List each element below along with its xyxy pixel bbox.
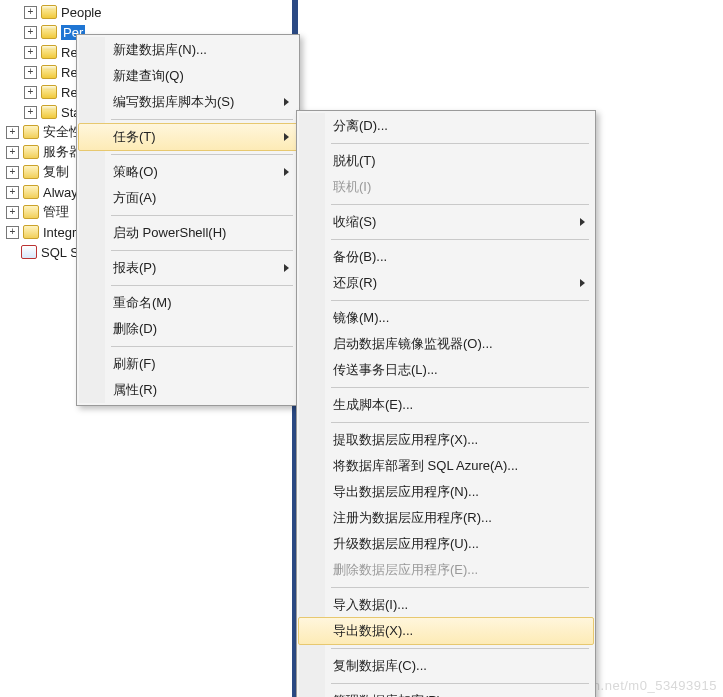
menu-item[interactable]: 将数据库部署到 SQL Azure(A)... — [299, 453, 593, 479]
menu-separator — [331, 683, 589, 684]
tree-item[interactable]: +People — [4, 2, 294, 22]
folder-icon — [23, 165, 39, 179]
menu-item[interactable]: 新建数据库(N)... — [79, 37, 297, 63]
menu-item-label: 重命名(M) — [113, 294, 172, 312]
menu-item-label: 新建数据库(N)... — [113, 41, 207, 59]
menu-item[interactable]: 属性(R) — [79, 377, 297, 403]
menu-item-label: 启动数据库镜像监视器(O)... — [333, 335, 493, 353]
submenu-arrow-icon — [284, 264, 289, 272]
folder-icon — [23, 145, 39, 159]
tree-item-label: Integr — [43, 225, 76, 240]
menu-separator — [331, 422, 589, 423]
menu-item-label: 删除数据层应用程序(E)... — [333, 561, 478, 579]
menu-item[interactable]: 备份(B)... — [299, 244, 593, 270]
menu-item[interactable]: 启动 PowerShell(H) — [79, 220, 297, 246]
menu-separator — [331, 204, 589, 205]
menu-item[interactable]: 复制数据库(C)... — [299, 653, 593, 679]
expand-toggle[interactable]: + — [6, 206, 19, 219]
tree-item-label: SQL S — [41, 245, 79, 260]
expand-toggle[interactable]: + — [6, 226, 19, 239]
menu-item[interactable]: 还原(R) — [299, 270, 593, 296]
menu-separator — [111, 346, 293, 347]
menu-item-label: 收缩(S) — [333, 213, 376, 231]
menu-item-label: 提取数据层应用程序(X)... — [333, 431, 478, 449]
menu-item-label: 还原(R) — [333, 274, 377, 292]
sql-icon — [21, 245, 37, 259]
menu-item-label: 策略(O) — [113, 163, 158, 181]
menu-item[interactable]: 收缩(S) — [299, 209, 593, 235]
menu-separator — [331, 239, 589, 240]
menu-item-label: 升级数据层应用程序(U)... — [333, 535, 479, 553]
menu-separator — [111, 119, 293, 120]
expand-toggle[interactable]: + — [6, 146, 19, 159]
menu-item-label: 管理数据库加密(P)... — [333, 692, 452, 697]
menu-item-label: 导出数据层应用程序(N)... — [333, 483, 479, 501]
menu-item[interactable]: 方面(A) — [79, 185, 297, 211]
tree-item-label: Alway — [43, 185, 78, 200]
menu-item[interactable]: 生成脚本(E)... — [299, 392, 593, 418]
menu-item[interactable]: 传送事务日志(L)... — [299, 357, 593, 383]
submenu-arrow-icon — [284, 168, 289, 176]
expand-toggle[interactable]: + — [24, 46, 37, 59]
tree-item-label: 复制 — [43, 163, 69, 181]
db-icon — [41, 45, 57, 59]
expand-toggle[interactable]: + — [6, 126, 19, 139]
folder-icon — [23, 225, 39, 239]
menu-item-label: 复制数据库(C)... — [333, 657, 427, 675]
context-menu-database[interactable]: 新建数据库(N)...新建查询(Q)编写数据库脚本为(S)任务(T)策略(O)方… — [76, 34, 300, 406]
menu-item-label: 刷新(F) — [113, 355, 156, 373]
menu-item-label: 备份(B)... — [333, 248, 387, 266]
menu-item[interactable]: 分离(D)... — [299, 113, 593, 139]
tree-item-label: People — [61, 5, 101, 20]
menu-item-label: 启动 PowerShell(H) — [113, 224, 226, 242]
expand-toggle[interactable]: + — [6, 166, 19, 179]
menu-item[interactable]: 导入数据(I)... — [299, 592, 593, 618]
menu-item[interactable]: 导出数据(X)... — [298, 617, 594, 645]
menu-item-label: 任务(T) — [113, 128, 156, 146]
db-icon — [41, 25, 57, 39]
expand-toggle[interactable]: + — [24, 86, 37, 99]
menu-item-label: 新建查询(Q) — [113, 67, 184, 85]
expand-toggle — [6, 247, 17, 258]
menu-item[interactable]: 升级数据层应用程序(U)... — [299, 531, 593, 557]
expand-toggle[interactable]: + — [6, 186, 19, 199]
menu-item[interactable]: 脱机(T) — [299, 148, 593, 174]
expand-toggle[interactable]: + — [24, 106, 37, 119]
menu-item[interactable]: 刷新(F) — [79, 351, 297, 377]
menu-item[interactable]: 启动数据库镜像监视器(O)... — [299, 331, 593, 357]
db-icon — [41, 105, 57, 119]
menu-item-label: 将数据库部署到 SQL Azure(A)... — [333, 457, 518, 475]
expand-toggle[interactable]: + — [24, 6, 37, 19]
menu-item-label: 生成脚本(E)... — [333, 396, 413, 414]
menu-item: 删除数据层应用程序(E)... — [299, 557, 593, 583]
expand-toggle[interactable]: + — [24, 26, 37, 39]
folder-icon — [23, 205, 39, 219]
menu-item[interactable]: 注册为数据层应用程序(R)... — [299, 505, 593, 531]
menu-item[interactable]: 任务(T) — [78, 123, 298, 151]
menu-item-label: 导入数据(I)... — [333, 596, 408, 614]
submenu-tasks[interactable]: 分离(D)...脱机(T)联机(I)收缩(S)备份(B)...还原(R)镜像(M… — [296, 110, 596, 697]
menu-item-label: 删除(D) — [113, 320, 157, 338]
submenu-arrow-icon — [284, 98, 289, 106]
menu-item-label: 编写数据库脚本为(S) — [113, 93, 234, 111]
db-icon — [41, 85, 57, 99]
expand-toggle[interactable]: + — [24, 66, 37, 79]
menu-item[interactable]: 报表(P) — [79, 255, 297, 281]
menu-item[interactable]: 提取数据层应用程序(X)... — [299, 427, 593, 453]
submenu-arrow-icon — [580, 218, 585, 226]
menu-item[interactable]: 镜像(M)... — [299, 305, 593, 331]
menu-item[interactable]: 管理数据库加密(P)... — [299, 688, 593, 697]
menu-item-label: 注册为数据层应用程序(R)... — [333, 509, 492, 527]
menu-item[interactable]: 导出数据层应用程序(N)... — [299, 479, 593, 505]
menu-item[interactable]: 重命名(M) — [79, 290, 297, 316]
menu-item[interactable]: 删除(D) — [79, 316, 297, 342]
menu-separator — [111, 154, 293, 155]
menu-item-label: 联机(I) — [333, 178, 371, 196]
menu-item[interactable]: 编写数据库脚本为(S) — [79, 89, 297, 115]
menu-item-label: 分离(D)... — [333, 117, 388, 135]
menu-item[interactable]: 新建查询(Q) — [79, 63, 297, 89]
menu-separator — [111, 250, 293, 251]
menu-item[interactable]: 策略(O) — [79, 159, 297, 185]
menu-separator — [111, 215, 293, 216]
db-icon — [41, 5, 57, 19]
